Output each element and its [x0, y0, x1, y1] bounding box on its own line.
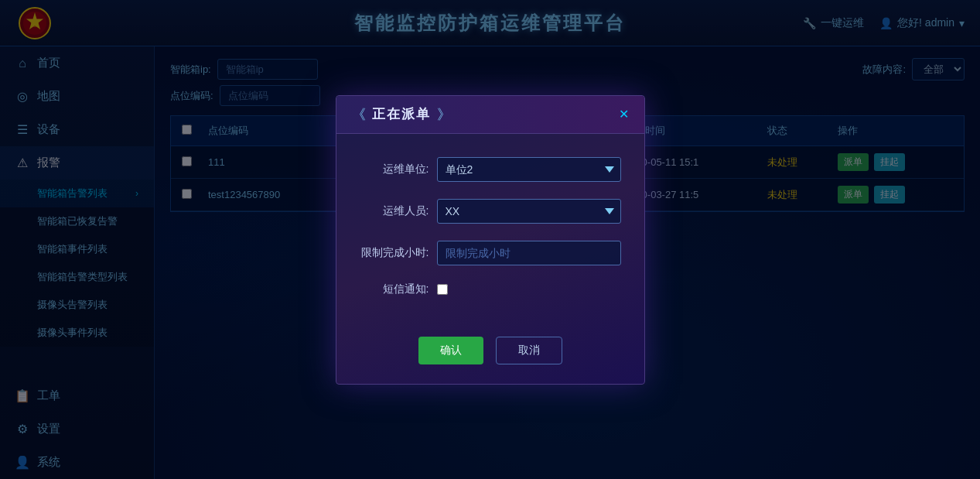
modal-header: 《 正在派单 》 ✕: [336, 96, 644, 134]
chevron-left-icon: 《: [352, 105, 366, 124]
modal-title: 正在派单: [372, 105, 431, 123]
form-row-person: 运维人员: XX YY: [360, 199, 621, 224]
modal-title-wrapper: 《 正在派单 》: [352, 105, 451, 124]
sms-notify-checkbox[interactable]: [437, 284, 448, 295]
time-limit-label: 限制完成小时:: [360, 246, 429, 260]
unit-label: 运维单位:: [360, 163, 429, 176]
modal-footer: 确认 取消: [336, 329, 644, 384]
chevron-right-icon: 》: [437, 105, 451, 124]
form-row-time-limit: 限制完成小时:: [360, 241, 621, 265]
time-limit-input[interactable]: [437, 241, 621, 265]
sms-notify-label: 短信通知:: [360, 282, 429, 296]
modal-body: 运维单位: 单位1 单位2 单位3 运维人员: XX YY 限制完成小时:: [336, 134, 644, 329]
person-select[interactable]: XX YY: [437, 199, 621, 224]
confirm-button[interactable]: 确认: [418, 337, 483, 364]
modal-close-button[interactable]: ✕: [619, 108, 629, 121]
person-label: 运维人员:: [360, 204, 429, 218]
cancel-button[interactable]: 取消: [496, 337, 562, 364]
modal-overlay: 《 正在派单 》 ✕ 运维单位: 单位1 单位2 单位3 运维人员: XX: [0, 0, 980, 479]
form-row-unit: 运维单位: 单位1 单位2 单位3: [360, 157, 621, 182]
unit-select[interactable]: 单位1 单位2 单位3: [437, 157, 621, 182]
dispatch-modal: 《 正在派单 》 ✕ 运维单位: 单位1 单位2 单位3 运维人员: XX: [336, 95, 645, 385]
form-row-sms: 短信通知:: [360, 282, 621, 296]
